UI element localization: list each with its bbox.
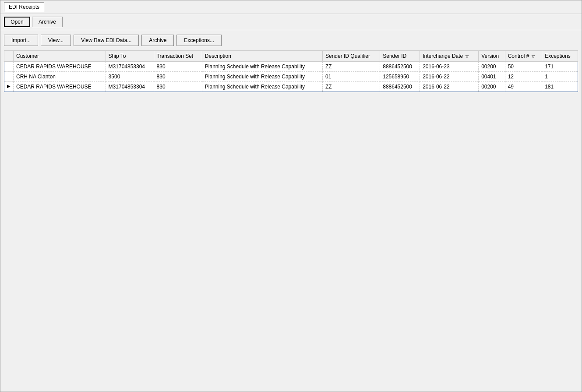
archive-tab-button[interactable]: Archive [32, 17, 63, 27]
version-cell: 00200 [479, 82, 505, 92]
sender-id-cell: 8886452500 [380, 62, 420, 72]
control-num-cell: 50 [505, 62, 542, 72]
transaction-set-cell: 830 [154, 72, 202, 82]
table-row[interactable]: ▶CEDAR RAPIDS WAREHOUSEM31704853304830Pl… [4, 82, 578, 92]
ship-to-cell: 3500 [106, 72, 154, 82]
sender-id-qualifier-cell: 01 [322, 72, 380, 82]
column-header-ship-to: Ship To [106, 51, 154, 62]
exceptions-cell: 181 [542, 82, 578, 92]
content-area: Import... View... View Raw EDI Data... A… [0, 30, 582, 96]
control-num-cell: 49 [505, 82, 542, 92]
version-cell: 00200 [479, 62, 505, 72]
description-cell: Planning Schedule with Release Capabilit… [202, 72, 322, 82]
view-raw-edi-button[interactable]: View Raw EDI Data... [74, 35, 139, 46]
customer-cell: CRH NA Clanton [14, 72, 106, 82]
main-window: EDI Receipts Open Archive Import... View… [0, 0, 582, 392]
sender-id-qualifier-cell: ZZ [322, 82, 380, 92]
exceptions-cell: 171 [542, 62, 578, 72]
column-header-exceptions: Exceptions [542, 51, 578, 62]
sender-id-cell: 125658950 [380, 72, 420, 82]
version-cell: 00401 [479, 72, 505, 82]
customer-cell: CEDAR RAPIDS WAREHOUSE [14, 62, 106, 72]
transaction-set-cell: 830 [154, 62, 202, 72]
interchange-date-sort-icon: ▽ [466, 54, 469, 59]
column-header-description: Description [202, 51, 322, 62]
import-button[interactable]: Import... [4, 35, 38, 46]
column-header-transaction-set: Transaction Set [154, 51, 202, 62]
exceptions-button[interactable]: Exceptions... [176, 35, 222, 46]
control-num-cell: 12 [505, 72, 542, 82]
interchange-date-cell: 2016-06-23 [420, 62, 479, 72]
transaction-set-cell: 830 [154, 82, 202, 92]
action-bar: Import... View... View Raw EDI Data... A… [4, 35, 578, 46]
table-row[interactable]: CEDAR RAPIDS WAREHOUSEM31704853304830Pla… [4, 62, 578, 72]
edi-receipts-tab[interactable]: EDI Receipts [4, 2, 44, 12]
row-indicator-header [4, 51, 14, 62]
edi-receipts-table: Customer Ship To Transaction Set Descrip… [4, 50, 578, 92]
open-tab-button[interactable]: Open [4, 17, 30, 27]
sender-id-qualifier-cell: ZZ [322, 62, 380, 72]
column-header-sender-id-qualifier: Sender ID Qualifier [322, 51, 380, 62]
interchange-date-cell: 2016-06-22 [420, 82, 479, 92]
archive-button[interactable]: Archive [141, 35, 174, 46]
row-pointer-cell [4, 72, 14, 82]
column-header-interchange-date[interactable]: Interchange Date ▽ [420, 51, 479, 62]
control-num-sort-icon: ▽ [532, 54, 535, 59]
customer-cell: CEDAR RAPIDS WAREHOUSE [14, 82, 106, 92]
column-header-sender-id: Sender ID [380, 51, 420, 62]
table-body: CEDAR RAPIDS WAREHOUSEM31704853304830Pla… [4, 62, 578, 92]
exceptions-cell: 1 [542, 72, 578, 82]
title-bar: EDI Receipts [0, 0, 582, 14]
column-header-customer: Customer [14, 51, 106, 62]
row-pointer-cell: ▶ [4, 82, 14, 92]
column-header-version: Version [479, 51, 505, 62]
description-cell: Planning Schedule with Release Capabilit… [202, 82, 322, 92]
ship-to-cell: M31704853304 [106, 82, 154, 92]
column-header-control-num[interactable]: Control # ▽ [505, 51, 542, 62]
ship-to-cell: M31704853304 [106, 62, 154, 72]
sender-id-cell: 8886452500 [380, 82, 420, 92]
description-cell: Planning Schedule with Release Capabilit… [202, 62, 322, 72]
table-row[interactable]: CRH NA Clanton3500830Planning Schedule w… [4, 72, 578, 82]
interchange-date-cell: 2016-06-22 [420, 72, 479, 82]
table-header-row: Customer Ship To Transaction Set Descrip… [4, 51, 578, 62]
row-pointer-cell [4, 62, 14, 72]
tab-toolbar: Open Archive [0, 14, 582, 30]
view-button[interactable]: View... [41, 35, 71, 46]
